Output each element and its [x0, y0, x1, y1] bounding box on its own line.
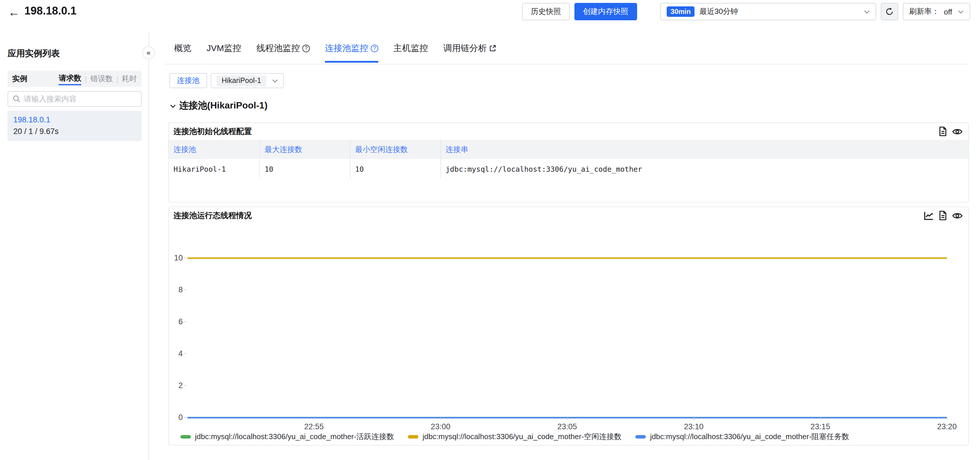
instance-column-label: 实例	[12, 74, 27, 84]
back-arrow-icon[interactable]: ←	[8, 5, 20, 19]
pool-config-card: 连接池初始化线程配置 连接池 最大连接数 最小空闲连接数 连接	[168, 123, 969, 202]
time-range-badge: 30min	[667, 6, 695, 17]
instance-list-header: 实例 请求数 | 错误数 | 耗时	[8, 71, 142, 87]
chevron-down-icon	[864, 10, 870, 14]
instance-list-item[interactable]: 198.18.0.1 20 / 1 / 9.67s	[8, 111, 142, 141]
tab-overview[interactable]: 概览	[174, 43, 191, 63]
sort-by-duration[interactable]: 耗时	[122, 74, 137, 84]
y-axis-label: 4	[178, 350, 183, 358]
y-axis-tick	[184, 322, 186, 322]
legend-item-active-connections[interactable]: jdbc:mysql://localhost:3306/yu_ai_code_m…	[180, 431, 394, 442]
refresh-rate-value: off	[944, 7, 952, 16]
sidebar-collapse-button[interactable]: «	[142, 46, 155, 59]
x-axis-tick	[820, 418, 821, 420]
history-snapshot-button[interactable]: 历史快照	[522, 3, 570, 20]
chart-y-axis: 0246810	[169, 258, 184, 418]
header-controls: 历史快照 创建内存快照 30min 最近30分钟 刷新率： off	[522, 3, 970, 20]
table-cell-max-connections: 10	[260, 159, 350, 179]
external-link-icon	[489, 45, 496, 52]
x-axis-tick	[947, 418, 947, 420]
tab-jvm-monitor[interactable]: JVM监控	[207, 43, 241, 63]
y-axis-label: 6	[178, 318, 183, 326]
config-card-actions	[938, 126, 963, 136]
y-axis-tick	[184, 353, 186, 354]
pool-select[interactable]: HikariPool-1	[211, 73, 284, 88]
y-axis-label: 2	[178, 382, 183, 390]
pool-filter-label: 连接池	[169, 73, 207, 88]
document-icon[interactable]	[938, 126, 948, 136]
tab-host-monitor[interactable]: 主机监控	[393, 43, 428, 63]
x-axis-label: 23:00	[431, 422, 450, 431]
legend-marker	[408, 435, 418, 439]
instance-stats: 20 / 1 / 9.67s	[13, 127, 136, 136]
table-cell-jdbc-url: jdbc:mysql://localhost:3306/yu_ai_code_m…	[441, 159, 968, 179]
table-header-cell: 连接池	[169, 140, 260, 159]
search-icon	[13, 95, 20, 103]
refresh-rate-label: 刷新率：	[909, 6, 939, 17]
pool-section-header[interactable]: 连接池(HikariPool-1)	[170, 100, 267, 112]
pool-section-title: 连接池(HikariPool-1)	[179, 100, 267, 112]
table-header-cell: 连接串	[441, 140, 968, 159]
sort-separator: |	[85, 75, 87, 83]
x-axis-tick	[694, 418, 694, 420]
tab-threadpool-monitor[interactable]: 线程池监控 ?	[256, 43, 310, 63]
x-axis-label: 23:15	[811, 422, 830, 431]
app-window: ← 198.18.0.1 历史快照 创建内存快照 30min 最近30分钟 刷新…	[0, 0, 980, 460]
y-axis-tick	[184, 290, 186, 290]
chart-plot	[188, 258, 947, 418]
sort-separator: |	[116, 75, 118, 83]
time-range-value: 最近30分钟	[700, 6, 738, 17]
connection-pool-chart: 0246810 22:5523:0023:0523:1023:1523:20 j…	[169, 207, 968, 445]
instance-name: 198.18.0.1	[13, 115, 136, 125]
y-axis-label: 0	[178, 414, 183, 422]
legend-marker	[636, 435, 646, 439]
x-axis-tick	[441, 418, 441, 420]
chart-legend: jdbc:mysql://localhost:3306/yu_ai_code_m…	[180, 431, 849, 442]
x-axis-tick	[313, 418, 314, 420]
tab-connection-pool-monitor[interactable]: 连接池监控 ?	[325, 43, 378, 63]
instance-search-box	[8, 91, 142, 107]
table-header-cell: 最小空闲连接数	[350, 140, 441, 159]
pool-filter-row: 连接池 HikariPool-1	[169, 73, 284, 88]
y-axis-tick	[184, 258, 186, 258]
chart-lines	[188, 258, 947, 418]
page-title: 198.18.0.1	[24, 5, 76, 18]
sidebar-divider	[148, 32, 149, 460]
chevron-down-icon	[170, 103, 176, 108]
search-input[interactable]	[24, 95, 136, 103]
chevron-down-icon	[272, 79, 278, 83]
y-axis-label: 10	[174, 254, 183, 262]
help-icon: ?	[371, 45, 378, 52]
refresh-button[interactable]	[881, 3, 898, 20]
pool-select-value: HikariPool-1	[216, 75, 266, 86]
y-axis-tick	[184, 417, 186, 418]
sort-options: 请求数 | 错误数 | 耗时	[59, 73, 137, 85]
monitor-tabs: 概览 JVM监控 线程池监控 ? 连接池监控 ? 主机监控 调用链分析	[174, 43, 496, 63]
eye-icon[interactable]	[952, 127, 963, 135]
y-axis-tick	[184, 385, 186, 386]
legend-item-idle-connections[interactable]: jdbc:mysql://localhost:3306/yu_ai_code_m…	[408, 431, 621, 442]
pool-config-table: 连接池 最大连接数 最小空闲连接数 连接串 HikariPool-1 10 10…	[169, 140, 968, 179]
table-header-cell: 最大连接数	[260, 140, 350, 159]
pool-runtime-card: 连接池运行态线程情况	[168, 207, 969, 446]
sort-by-requests[interactable]: 请求数	[59, 73, 81, 85]
x-axis-tick	[567, 418, 568, 420]
config-card-title: 连接池初始化线程配置	[173, 126, 252, 137]
chevron-down-icon	[958, 10, 964, 14]
sidebar-title: 应用实例列表	[8, 48, 60, 59]
legend-item-blocked-tasks[interactable]: jdbc:mysql://localhost:3306/yu_ai_code_m…	[636, 431, 849, 442]
x-axis-label: 22:55	[304, 422, 324, 431]
tab-trace-analysis[interactable]: 调用链分析	[443, 43, 496, 63]
x-axis-label: 23:05	[557, 422, 577, 431]
refresh-rate-select[interactable]: 刷新率： off	[903, 3, 970, 20]
table-cell-min-idle: 10	[350, 159, 441, 179]
refresh-icon	[885, 8, 894, 16]
create-memory-snapshot-button[interactable]: 创建内存快照	[574, 3, 637, 20]
x-axis-label: 23:10	[684, 422, 704, 431]
x-axis-label: 23:20	[937, 422, 957, 431]
y-axis-label: 8	[178, 286, 183, 294]
tabs-separator	[165, 64, 969, 64]
sort-by-errors[interactable]: 错误数	[90, 74, 113, 84]
table-cell-pool-name: HikariPool-1	[169, 159, 260, 179]
time-range-select[interactable]: 30min 最近30分钟	[660, 3, 876, 20]
